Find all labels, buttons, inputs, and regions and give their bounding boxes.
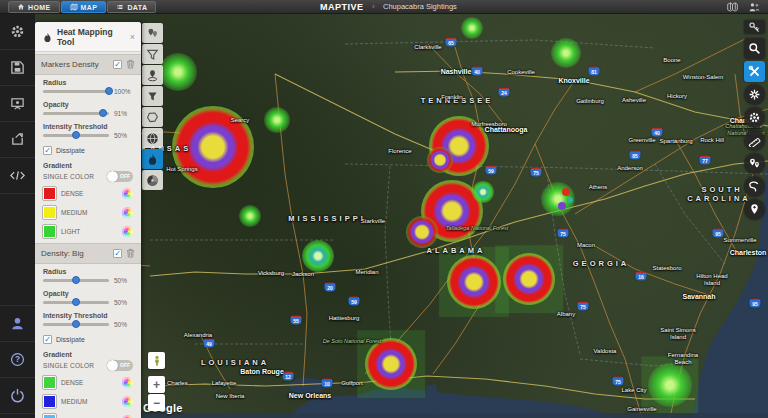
color-wheel-icon[interactable] — [122, 226, 133, 237]
ruler-icon[interactable] — [744, 130, 765, 151]
account-user-icon[interactable] — [0, 414, 35, 418]
map-tools-toolbar — [142, 23, 164, 191]
dissipate-checkbox[interactable]: ✓ — [43, 335, 52, 344]
tab-map[interactable]: MAP — [61, 1, 107, 13]
medium-color-swatch[interactable] — [43, 206, 56, 219]
radius-slider[interactable] — [43, 279, 109, 282]
intensity-slider[interactable] — [43, 134, 109, 137]
save-floppy-icon[interactable] — [0, 50, 35, 86]
share-users-icon[interactable] — [746, 1, 762, 13]
section-name: Density: Big — [41, 249, 113, 258]
close-icon[interactable]: × — [130, 32, 135, 42]
slider-knob[interactable] — [72, 276, 80, 284]
power-icon[interactable] — [0, 378, 35, 414]
filter-funnel-icon[interactable] — [142, 44, 163, 64]
place-pin-icon[interactable] — [744, 199, 765, 220]
medium-label: MEDIUM — [61, 398, 117, 405]
single-color-toggle[interactable]: OFF — [107, 171, 133, 182]
map-legend-icon[interactable] — [724, 1, 740, 13]
opacity-slider[interactable] — [43, 301, 109, 304]
single-color-toggle[interactable]: OFF — [107, 360, 133, 371]
trash-icon[interactable] — [126, 248, 135, 259]
toggle-state-label: OFF — [120, 362, 130, 368]
drop-pin-tool-icon[interactable] — [142, 65, 163, 85]
key-icon[interactable] — [744, 20, 765, 34]
section-visible-checkbox[interactable]: ✓ — [113, 60, 122, 69]
opacity-slider[interactable] — [43, 112, 109, 115]
intensity-threshold-label: Intensity Threshold — [35, 308, 141, 320]
dissipate-checkbox[interactable]: ✓ — [43, 146, 52, 155]
map-icon — [70, 3, 78, 11]
heat-mapping-panel: Heat Mapping Tool × Markers Density ✓ Ra… — [35, 22, 141, 418]
search-icon[interactable] — [744, 38, 765, 59]
dissipate-label: Dissipate — [56, 336, 85, 343]
section-header-markers-density: Markers Density ✓ — [35, 54, 141, 75]
gear-circle-icon[interactable] — [744, 107, 765, 128]
dense-label: DENSE — [61, 379, 117, 386]
slider-knob[interactable] — [99, 109, 107, 117]
marker-pair-icon[interactable] — [744, 153, 765, 174]
spokes-circle-icon[interactable] — [744, 84, 765, 105]
embed-code-icon[interactable] — [0, 158, 35, 194]
dense-color-swatch[interactable] — [43, 187, 56, 200]
slider-knob[interactable] — [105, 87, 113, 95]
lasso-icon[interactable] — [744, 176, 765, 197]
medium-color-swatch[interactable] — [43, 395, 56, 408]
panel-title: Heat Mapping Tool — [57, 27, 126, 47]
list-icon — [116, 3, 124, 11]
color-wheel-icon[interactable] — [122, 207, 133, 218]
panel-title-bar: Heat Mapping Tool × — [35, 22, 141, 52]
help-icon[interactable]: ? — [0, 342, 35, 378]
light-color-swatch[interactable] — [43, 225, 56, 238]
maptive-app: HOME MAP DATA MAPTIVE › Chupacabra Sight… — [0, 0, 768, 418]
color-wheel-icon[interactable] — [122, 377, 133, 388]
dissipate-label: Dissipate — [56, 147, 85, 154]
intensity-slider[interactable] — [43, 323, 109, 326]
breadcrumb: Chupacabra Sightings — [383, 2, 457, 11]
svg-text:?: ? — [15, 354, 20, 364]
light-color-swatch[interactable] — [43, 414, 56, 418]
color-wheel-icon[interactable] — [122, 188, 133, 199]
map-actions-toolbar — [743, 20, 766, 222]
tab-home[interactable]: HOME — [8, 1, 60, 13]
toggle-knob — [107, 360, 118, 371]
tab-map-label: MAP — [81, 4, 98, 11]
tab-data[interactable]: DATA — [107, 1, 156, 13]
trash-icon[interactable] — [126, 59, 135, 70]
heat-map-flame-icon[interactable] — [142, 149, 163, 169]
home-icon — [17, 3, 25, 11]
pegman-control[interactable] — [148, 352, 165, 369]
flame-icon — [42, 32, 53, 43]
filled-funnel-icon[interactable] — [142, 86, 163, 106]
presentation-icon[interactable] — [0, 86, 35, 122]
slider-knob[interactable] — [72, 298, 80, 306]
zoom-in-button[interactable]: + — [148, 376, 165, 393]
medium-label: MEDIUM — [61, 209, 117, 216]
dense-label: DENSE — [61, 190, 117, 197]
style-wheel-icon[interactable] — [142, 170, 163, 190]
gradient-label: Gradient — [35, 346, 141, 358]
dense-color-swatch[interactable] — [43, 376, 56, 389]
intensity-value: 50% — [114, 321, 127, 328]
top-bar: HOME MAP DATA MAPTIVE › Chupacabra Sight… — [0, 0, 768, 14]
brand-title: MAPTIVE — [320, 2, 364, 12]
slider-knob[interactable] — [72, 131, 80, 139]
user-icon[interactable] — [0, 306, 35, 342]
color-wheel-icon[interactable] — [122, 396, 133, 407]
pins-tool-icon[interactable] — [142, 23, 163, 43]
sidebar-spacer — [0, 194, 35, 306]
slider-knob[interactable] — [72, 320, 80, 328]
globe-boundary-icon[interactable] — [142, 128, 163, 148]
single-color-label: SINGLE COLOR — [43, 173, 107, 180]
zoom-out-button[interactable]: − — [148, 394, 165, 411]
export-share-icon[interactable] — [0, 122, 35, 158]
section-name: Markers Density — [41, 60, 113, 69]
section-visible-checkbox[interactable]: ✓ — [113, 249, 122, 258]
radius-slider[interactable] — [43, 90, 109, 93]
section-header-density-big: Density: Big ✓ — [35, 243, 141, 264]
opacity-label: Opacity — [35, 286, 141, 298]
settings-gear-icon[interactable] — [0, 14, 35, 50]
build-tools-icon[interactable] — [744, 61, 765, 82]
tab-home-label: HOME — [28, 4, 51, 11]
shape-draw-icon[interactable] — [142, 107, 163, 127]
